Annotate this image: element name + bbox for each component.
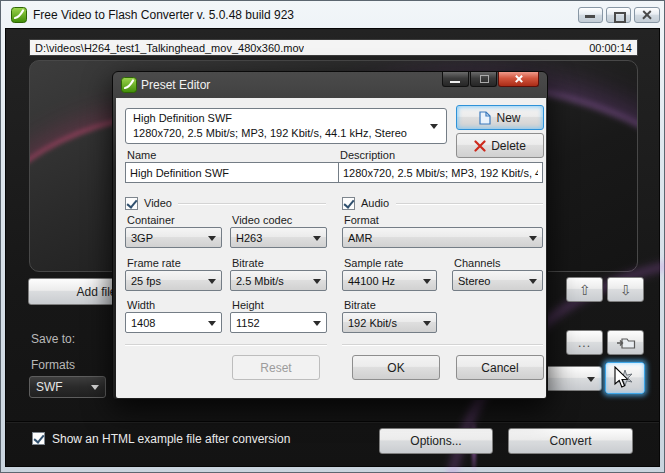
name-input[interactable]: [125, 162, 350, 183]
footer-line-right: [342, 344, 543, 345]
save-to-label: Save to:: [31, 332, 75, 346]
new-document-icon: [479, 111, 491, 125]
cancel-button[interactable]: Cancel: [456, 355, 544, 380]
audio-bitrate-label: Bitrate: [344, 299, 376, 311]
options-label: Options...: [410, 434, 461, 448]
container-label: Container: [127, 214, 175, 226]
convert-button[interactable]: Convert: [508, 428, 633, 454]
preset-editor-dialog: Preset Editor High Definition SWF 1280x7…: [112, 71, 548, 400]
html-example-checkbox[interactable]: [32, 432, 45, 445]
dialog-close-button[interactable]: [498, 72, 539, 87]
chevron-down-icon: [313, 321, 321, 330]
file-path-bar[interactable]: D:\videos\H264_test1_Talkinghead_mov_480…: [29, 39, 638, 56]
new-preset-button[interactable]: New: [456, 105, 544, 130]
dialog-app-icon: [121, 77, 137, 93]
delete-preset-button[interactable]: Delete: [456, 133, 544, 158]
audio-bitrate-value: 192 Kbit/s: [348, 317, 397, 329]
arrow-up-icon: ⇧: [579, 283, 591, 297]
chevron-down-icon: [208, 279, 216, 288]
dialog-titlebar[interactable]: Preset Editor: [113, 72, 547, 98]
footer-line-left: [125, 344, 327, 345]
samplerate-label: Sample rate: [344, 257, 403, 269]
file-path: D:\videos\H264_test1_Talkinghead_mov_480…: [30, 42, 304, 54]
folder-arrow-icon: [616, 336, 636, 350]
height-label: Height: [232, 299, 264, 311]
container-select[interactable]: 3GP: [125, 227, 222, 248]
presets-sparkle-icon: [616, 369, 634, 387]
samplerate-select[interactable]: 44100 Hz: [342, 270, 437, 291]
minimize-icon: [585, 15, 595, 18]
close-button[interactable]: [634, 7, 660, 23]
video-codec-label: Video codec: [232, 214, 292, 226]
delete-label: Delete: [491, 139, 526, 153]
chevron-down-icon: [91, 385, 99, 394]
dialog-minimize-button[interactable]: [442, 72, 469, 87]
video-group-label: Video: [144, 197, 172, 209]
browse-save-path-button[interactable]: ...: [566, 330, 603, 355]
audio-group-line: [396, 203, 543, 204]
channels-value: Stereo: [458, 275, 490, 287]
output-preset-select[interactable]: [541, 366, 602, 391]
html-example-label: Show an HTML example file after conversi…: [52, 432, 290, 446]
video-bitrate-label: Bitrate: [232, 257, 264, 269]
framerate-select[interactable]: 25 fps: [125, 270, 222, 291]
window-titlebar[interactable]: Free Video to Flash Converter v. 5.0.48 …: [1, 1, 664, 28]
ellipsis-icon: ...: [578, 336, 591, 350]
audio-checkbox[interactable]: [342, 197, 355, 210]
preset-name: High Definition SWF: [133, 111, 424, 126]
reset-button: Reset: [232, 355, 320, 380]
width-value: 1408: [131, 317, 155, 329]
preset-select[interactable]: High Definition SWF 1280x720, 2.5 Mbit/s…: [125, 108, 447, 144]
name-label: Name: [127, 149, 156, 161]
audio-bitrate-select[interactable]: 192 Kbit/s: [342, 312, 437, 333]
dialog-title: Preset Editor: [141, 78, 210, 92]
ok-button[interactable]: OK: [352, 355, 440, 380]
chevron-down-icon: [587, 377, 595, 386]
open-output-folder-button[interactable]: [607, 330, 644, 355]
edit-presets-button[interactable]: [605, 362, 645, 394]
chevron-down-icon: [313, 279, 321, 288]
chevron-down-icon: [423, 321, 431, 330]
move-down-button[interactable]: ⇩: [607, 277, 644, 302]
channels-label: Channels: [454, 257, 500, 269]
maximize-icon: [614, 12, 626, 23]
dialog-maximize-button: [470, 72, 497, 87]
width-combobox[interactable]: 1408: [125, 312, 222, 333]
height-combobox[interactable]: 1152: [230, 312, 327, 333]
free-video-to-flash-converter-window: Free Video to Flash Converter v. 5.0.48 …: [0, 0, 665, 473]
ok-label: OK: [387, 361, 404, 375]
new-label: New: [496, 111, 520, 125]
move-up-button[interactable]: ⇧: [566, 277, 603, 302]
video-group-line: [178, 203, 326, 204]
video-bitrate-select[interactable]: 2.5 Mbit/s: [230, 270, 327, 291]
file-duration: 00:00:14: [589, 42, 637, 54]
maximize-icon: [480, 75, 489, 83]
samplerate-value: 44100 Hz: [348, 275, 395, 287]
video-codec-select[interactable]: H263: [230, 227, 327, 248]
dialog-content: High Definition SWF 1280x720, 2.5 Mbit/s…: [116, 98, 546, 398]
chevron-down-icon: [529, 236, 537, 245]
maximize-button[interactable]: [606, 7, 631, 23]
width-label: Width: [127, 299, 155, 311]
bottom-divider: [6, 421, 659, 422]
height-value: 1152: [236, 317, 260, 329]
options-button[interactable]: Options...: [379, 428, 493, 454]
convert-label: Convert: [549, 434, 591, 448]
preset-summary: 1280x720, 2.5 Mbit/s; MP3, 192 Kbit/s, 4…: [133, 126, 424, 141]
audio-group-label: Audio: [361, 197, 389, 209]
minimize-icon: [450, 81, 460, 84]
format-select[interactable]: SWF: [29, 376, 106, 398]
description-input[interactable]: [338, 162, 543, 183]
window-title: Free Video to Flash Converter v. 5.0.48 …: [33, 8, 294, 22]
description-label: Description: [340, 149, 395, 161]
delete-x-icon: [474, 140, 486, 152]
video-checkbox[interactable]: [125, 197, 138, 210]
minimize-button[interactable]: [578, 7, 603, 23]
channels-select[interactable]: Stereo: [452, 270, 543, 291]
arrow-down-icon: ⇩: [620, 283, 632, 297]
audio-format-label: Format: [344, 214, 379, 226]
app-icon: [11, 7, 27, 23]
framerate-label: Frame rate: [127, 257, 181, 269]
audio-format-select[interactable]: AMR: [342, 227, 543, 248]
audio-format-value: AMR: [348, 232, 372, 244]
